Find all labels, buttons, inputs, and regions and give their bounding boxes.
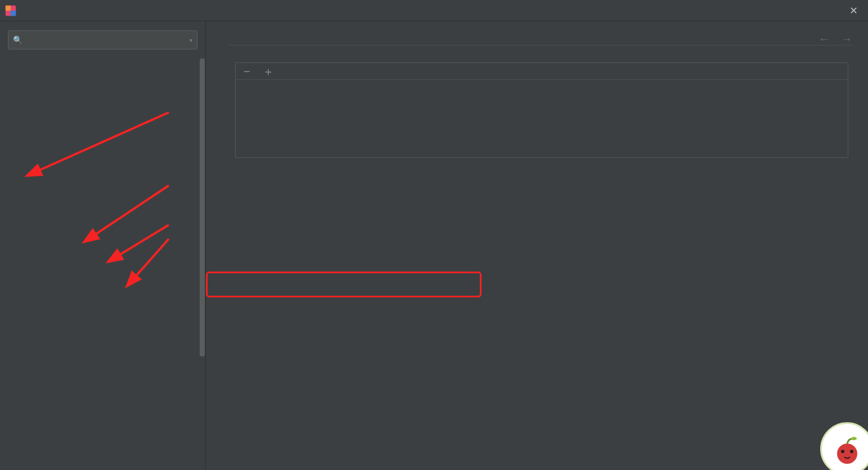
svg-point-9 bbox=[850, 450, 853, 453]
search-icon: 🔍 bbox=[13, 35, 23, 44]
svg-point-10 bbox=[851, 437, 857, 440]
list-add-button[interactable]: ＋ bbox=[263, 66, 274, 77]
search-dropdown-icon[interactable]: ▾ bbox=[190, 37, 192, 43]
settings-tree bbox=[0, 57, 205, 470]
settings-search-input[interactable]: 🔍 ▾ bbox=[8, 30, 197, 49]
list-empty-text bbox=[236, 80, 848, 157]
settings-content-java: ← → − ＋ bbox=[206, 21, 868, 470]
titlebar: ✕ bbox=[0, 0, 868, 21]
svg-point-7 bbox=[837, 444, 857, 464]
list-remove-button[interactable]: − bbox=[244, 66, 250, 77]
svg-rect-2 bbox=[11, 11, 16, 16]
app-logo-icon bbox=[5, 4, 17, 17]
settings-tree-sidebar: 🔍 ▾ bbox=[0, 21, 206, 470]
breadcrumb-forward-button[interactable]: → bbox=[841, 33, 852, 46]
settings-search-field[interactable] bbox=[26, 35, 187, 44]
svg-point-8 bbox=[841, 450, 844, 453]
show-section-label bbox=[222, 45, 852, 46]
class-patterns-listbox: − ＋ bbox=[235, 62, 848, 158]
breadcrumb-back-button[interactable]: ← bbox=[818, 33, 830, 46]
window-close-button[interactable]: ✕ bbox=[844, 2, 863, 19]
svg-rect-1 bbox=[6, 5, 11, 10]
annotation-red-box bbox=[206, 272, 482, 297]
sidebar-scrollbar[interactable] bbox=[199, 57, 205, 470]
